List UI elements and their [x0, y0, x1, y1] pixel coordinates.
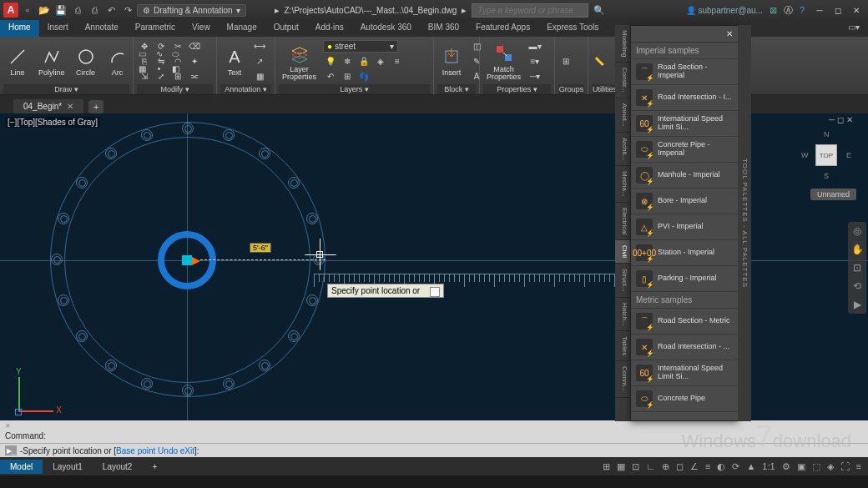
- layer-off-icon[interactable]: 💡: [323, 54, 338, 68]
- grid-toggle[interactable]: ▦: [617, 461, 625, 472]
- help-icon[interactable]: ?: [800, 5, 805, 15]
- circle-button[interactable]: Circle: [72, 44, 100, 78]
- user-chip[interactable]: 👤 subpartner@au...: [686, 6, 762, 15]
- text-button[interactable]: AText: [220, 44, 249, 78]
- panel-title[interactable]: Block ▾: [437, 84, 476, 94]
- cleanscreen-toggle[interactable]: ⛶: [840, 461, 850, 471]
- isolate-toggle[interactable]: ◈: [827, 461, 834, 472]
- pan-icon[interactable]: ✋: [851, 244, 864, 255]
- palette-title-bar[interactable]: TOOL PALETTES - ALL PALETTES: [738, 25, 751, 421]
- panel-title[interactable]: Properties ▾: [483, 84, 551, 94]
- erase-icon[interactable]: ⌫: [187, 40, 202, 53]
- palette-item[interactable]: ▯Parking - Imperial: [631, 266, 738, 292]
- layer-walk-icon[interactable]: 👣: [356, 69, 371, 83]
- rotate-icon[interactable]: ⟳: [154, 40, 169, 53]
- pal-tab[interactable]: Comm...: [615, 361, 630, 397]
- close-tab-icon[interactable]: ✕: [67, 102, 73, 111]
- tab-home[interactable]: Home: [0, 20, 39, 37]
- new-icon[interactable]: ▫: [22, 4, 33, 16]
- command-input[interactable]: ▶_ -Specify point location or [ Base poi…: [0, 443, 868, 457]
- lweight-dd[interactable]: ≡▾: [527, 55, 542, 68]
- layer-dropdown[interactable]: ●street▾: [323, 40, 398, 53]
- search-input[interactable]: [472, 3, 588, 18]
- tab-insert[interactable]: Insert: [39, 20, 77, 37]
- add-layout-button[interactable]: +: [142, 460, 167, 474]
- zoom-extents-icon[interactable]: ⊡: [853, 262, 861, 274]
- trim-icon[interactable]: ✂: [170, 40, 185, 53]
- vc-face[interactable]: TOP: [815, 144, 837, 166]
- vc-south[interactable]: S: [824, 172, 829, 180]
- tab-a360[interactable]: Autodesk 360: [352, 20, 420, 37]
- mirror-icon[interactable]: ⇋: [154, 55, 169, 68]
- panel-title[interactable]: Draw ▾: [3, 84, 129, 94]
- vc-east[interactable]: E: [846, 151, 851, 159]
- panel-title[interactable]: Utilities: [592, 84, 618, 94]
- ltype-dd[interactable]: ─▾: [527, 70, 542, 83]
- pal-tab[interactable]: Tables: [615, 331, 630, 361]
- ribbon-collapse-button[interactable]: ▭▾: [840, 20, 868, 37]
- palette-item[interactable]: ⬭Concrete Pipe: [631, 386, 738, 412]
- annomon-toggle[interactable]: ▣: [797, 461, 805, 472]
- tab-view[interactable]: View: [184, 20, 219, 37]
- layout-tab[interactable]: Layout1: [43, 460, 93, 474]
- ortho-toggle[interactable]: ∟: [646, 461, 655, 471]
- vp-max-icon[interactable]: ◻: [837, 115, 844, 124]
- maximize-button[interactable]: ◻: [830, 3, 846, 17]
- drawing-tab[interactable]: 04_Begin* ✕: [13, 99, 83, 113]
- annoscale-toggle[interactable]: ▲: [746, 461, 755, 471]
- insert-button[interactable]: Insert: [437, 44, 466, 78]
- explode-icon[interactable]: ✦: [187, 55, 202, 68]
- palette-item[interactable]: 60International Speed Limit Si...: [631, 360, 738, 386]
- hw-accel-toggle[interactable]: ⬚: [812, 461, 820, 472]
- workspace-dropdown[interactable]: ⚙ Drafting & Annotation ▾: [137, 4, 246, 17]
- undo-icon[interactable]: ↶: [105, 4, 117, 16]
- palette-item[interactable]: ✕Road Intersection - I...: [631, 85, 738, 111]
- layer-prev-icon[interactable]: ↶: [323, 69, 338, 83]
- panel-title[interactable]: Groups: [558, 84, 584, 94]
- stretch-icon[interactable]: ⇲: [137, 70, 152, 83]
- tab-annotate[interactable]: Annotate: [77, 20, 127, 37]
- fillet-icon[interactable]: ◠: [170, 55, 185, 68]
- copy-icon[interactable]: ⎘: [137, 55, 152, 68]
- panel-title[interactable]: Annotation ▾: [220, 84, 271, 94]
- tab-output[interactable]: Output: [265, 20, 307, 37]
- palette-item[interactable]: △PVI - Imperial: [631, 214, 738, 240]
- pal-tab[interactable]: Mecha...: [615, 166, 630, 203]
- layer-freeze-icon[interactable]: ❄: [340, 54, 355, 68]
- pal-tab[interactable]: Modeling: [615, 25, 630, 63]
- palette-item[interactable]: ⊗Bore - Imperial: [631, 189, 738, 214]
- tab-manage[interactable]: Manage: [219, 20, 265, 37]
- new-tab-button[interactable]: +: [88, 100, 103, 113]
- saveas-icon[interactable]: ⎙: [72, 4, 83, 16]
- pal-tab[interactable]: Constr...: [615, 63, 630, 98]
- panel-title[interactable]: Layers ▾: [279, 84, 430, 94]
- transparency-toggle[interactable]: ◐: [717, 461, 725, 472]
- vp-min-icon[interactable]: ─: [829, 115, 835, 124]
- line-button[interactable]: Line: [3, 44, 32, 78]
- layer-match-icon[interactable]: ≡: [390, 54, 405, 68]
- tab-featured[interactable]: Featured Apps: [467, 20, 538, 37]
- model-space-toggle[interactable]: ⊞: [603, 461, 610, 472]
- polar-toggle[interactable]: ⊕: [662, 461, 669, 472]
- palette-item[interactable]: ⬭Concrete Pipe - Imperial: [631, 137, 738, 163]
- vc-north[interactable]: N: [824, 130, 830, 138]
- pal-tab[interactable]: Electrical: [615, 203, 630, 240]
- dimension-icon[interactable]: ⟷: [252, 40, 267, 53]
- app-icon[interactable]: A: [3, 3, 18, 18]
- tab-parametric[interactable]: Parametric: [127, 20, 184, 37]
- vp-close-icon[interactable]: ✕: [846, 115, 853, 124]
- pal-tab[interactable]: Annot...: [615, 98, 630, 133]
- palette-close-icon[interactable]: ✕: [726, 29, 733, 38]
- cmd-option[interactable]: eXit: [180, 446, 194, 455]
- polyline-button[interactable]: Polyline: [35, 44, 68, 78]
- panel-title[interactable]: Modify ▾: [137, 84, 213, 94]
- lweight-toggle[interactable]: ≡: [705, 461, 710, 471]
- snap-toggle[interactable]: ⊡: [632, 461, 639, 472]
- tab-express[interactable]: Express Tools: [538, 20, 607, 37]
- layout-tab[interactable]: Layout2: [93, 460, 143, 474]
- group-icon[interactable]: ⊞: [558, 55, 573, 68]
- showmotion-icon[interactable]: ▶: [854, 299, 861, 310]
- palette-item[interactable]: ◯Manhole - Imperial: [631, 163, 738, 189]
- open-icon[interactable]: 📂: [38, 4, 50, 16]
- tab-bim360[interactable]: BIM 360: [420, 20, 467, 37]
